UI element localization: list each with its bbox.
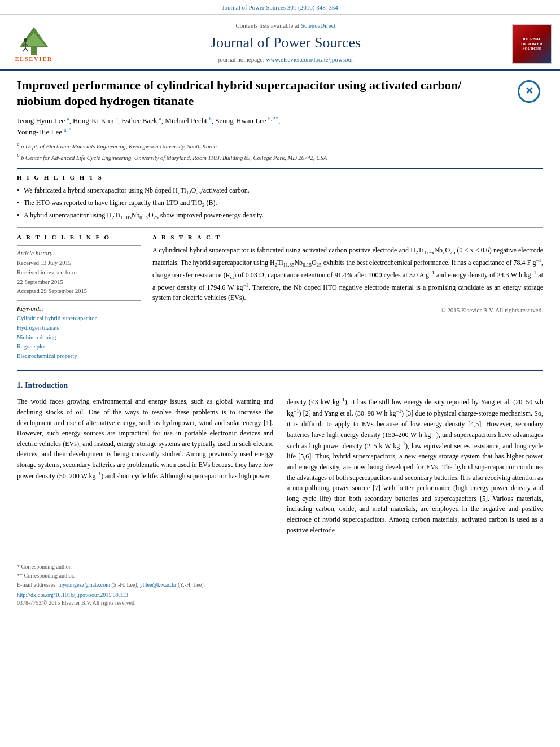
introduction-section: 1. Introduction The world faces growing … xyxy=(17,380,543,540)
highlight-item-2: The HTO was reported to have higher capa… xyxy=(17,198,543,209)
crossmark-icon: ✕ xyxy=(518,80,540,103)
email-line: E-mail addresses: inyoungezz@nate.com (S… xyxy=(17,581,543,589)
journal-cover-image: JOURNALOF POWERSOURCES xyxy=(512,24,552,64)
intro-para-2: density (<3 kW kg−1), it has the still l… xyxy=(287,396,543,535)
received-revised-label: Received in revised form xyxy=(17,269,141,277)
article-title-section: Improved performance of cylindrical hybr… xyxy=(17,77,543,110)
svg-point-3 xyxy=(24,38,27,42)
article-info-heading: A R T I C L E I N F O xyxy=(17,233,141,242)
kw-3: Niobium doping xyxy=(17,334,141,342)
svg-rect-0 xyxy=(31,47,37,55)
affiliations: a a Dept. of Electronic Materials Engine… xyxy=(17,141,543,162)
divider-highlights xyxy=(17,227,543,228)
email-label: E-mail addresses: xyxy=(17,582,57,588)
email-2[interactable]: yhlee@kw.ac.kr xyxy=(140,582,177,588)
journal-center: Contents lists available at ScienceDirec… xyxy=(68,19,504,68)
accepted-date: Accepted 29 September 2015 xyxy=(17,287,141,296)
kw-2: Hydrogen titanate xyxy=(17,324,141,333)
journal-header: ELSEVIER Contents lists available at Sci… xyxy=(0,15,560,70)
kw-4: Ragone plot xyxy=(17,343,141,351)
abstract-col: A B S T R A C T A cylindrical hybrid sup… xyxy=(152,233,543,362)
crossmark-badge: ✕ xyxy=(515,77,543,106)
email-1-author: (S.-H. Lee), xyxy=(112,582,139,588)
intro-para-1: The world faces growing environmental an… xyxy=(17,396,273,481)
authors-text: Jeong Hyun Lee a, Hong-Ki Kim a, Esther … xyxy=(17,116,280,125)
contents-available-line: Contents lists available at ScienceDirec… xyxy=(68,21,504,30)
elsevier-tree-icon xyxy=(11,24,56,55)
authors-text-2: Young-Hie Lee a, * xyxy=(17,128,71,136)
corresponding-note-2: ** Corresponding author. xyxy=(17,572,543,580)
journal-logo-right: JOURNALOF POWERSOURCES xyxy=(504,19,560,68)
homepage-line: journal homepage: www.elsevier.com/locat… xyxy=(68,55,504,64)
science-direct-link[interactable]: ScienceDirect xyxy=(301,22,336,29)
keywords-section: Keywords: Cylindrical hybrid supercapaci… xyxy=(17,300,141,361)
received-date: Received 13 July 2015 xyxy=(17,259,141,268)
main-content: Improved performance of cylindrical hybr… xyxy=(0,71,560,549)
homepage-url[interactable]: www.elsevier.com/locate/jpowsour xyxy=(266,56,353,63)
intro-title: 1. Introduction xyxy=(17,380,543,391)
footer-notes: * Corresponding author. ** Corresponding… xyxy=(17,563,543,589)
email-2-author: (Y.-H. Lee). xyxy=(178,582,205,588)
footer: * Corresponding author. ** Corresponding… xyxy=(0,558,560,611)
email-1[interactable]: inyoungezz@nate.com xyxy=(58,582,110,588)
intro-col-right: density (<3 kW kg−1), it has the still l… xyxy=(287,396,543,540)
elsevier-logo-left: ELSEVIER xyxy=(0,19,68,68)
citation-text: Journal of Power Sources 301 (2016) 348–… xyxy=(222,4,338,11)
highlights-section: H I G H L I G H T S We fabricated a hybr… xyxy=(17,173,543,221)
article-info-col: A R T I C L E I N F O Article history: R… xyxy=(17,233,141,362)
article-history: Article history: Received 13 July 2015 R… xyxy=(17,245,141,296)
intro-col-left: The world faces growing environmental an… xyxy=(17,396,273,540)
history-title: Article history: xyxy=(17,249,141,257)
divider-top xyxy=(17,168,543,169)
doi-link[interactable]: http://dx.doi.org/10.1016/j.jpowsour.201… xyxy=(17,591,543,599)
elsevier-brand-text: ELSEVIER xyxy=(15,55,53,63)
affil-1: a a Dept. of Electronic Materials Engine… xyxy=(17,141,543,151)
highlight-item-3: A hybrid supercapacitor using H2Ti11.85N… xyxy=(17,211,543,221)
section-title-text: Introduction xyxy=(25,381,68,390)
article-title-text: Improved performance of cylindrical hybr… xyxy=(17,78,461,108)
corresponding-note-1: * Corresponding author. xyxy=(17,563,543,571)
divider-abstract-end xyxy=(17,370,543,371)
issn-line: 0378-7753/© 2015 Elsevier B.V. All right… xyxy=(17,599,543,607)
journal-citation-bar: Journal of Power Sources 301 (2016) 348–… xyxy=(0,0,560,15)
abstract-heading: A B S T R A C T xyxy=(152,233,543,242)
highlight-item-1: We fabricated a hybrid supercapacitor us… xyxy=(17,186,543,196)
journal-title-header: Journal of Power Sources xyxy=(68,33,504,53)
intro-body: The world faces growing environmental an… xyxy=(17,396,543,540)
copyright-text: © 2015 Elsevier B.V. All rights reserved… xyxy=(152,306,543,314)
affil-2: b b Center for Advanced Life Cycle Engin… xyxy=(17,152,543,162)
article-info-abstract: A R T I C L E I N F O Article history: R… xyxy=(17,233,543,362)
kw-1: Cylindrical hybrid supercapacitor xyxy=(17,314,141,323)
abstract-text: A cylindrical hybrid supercapacitor is f… xyxy=(152,245,543,303)
section-number: 1. xyxy=(17,381,23,390)
kw-5: Electrochemical property xyxy=(17,352,141,361)
keywords-title: Keywords: xyxy=(17,304,141,313)
received-revised-date: 22 September 2015 xyxy=(17,278,141,287)
authors-line: Jeong Hyun Lee a, Hong-Ki Kim a, Esther … xyxy=(17,115,543,137)
svg-line-8 xyxy=(25,48,28,51)
highlights-heading: H I G H L I G H T S xyxy=(17,173,543,182)
svg-line-7 xyxy=(23,48,25,51)
